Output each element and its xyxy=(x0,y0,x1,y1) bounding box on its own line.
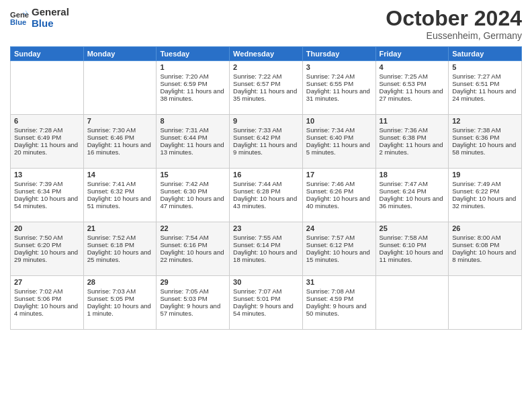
sunset-text: Sunset: 5:06 PM xyxy=(14,295,61,302)
cell-4-0: 27Sunrise: 7:02 AMSunset: 5:06 PMDayligh… xyxy=(11,276,84,330)
day-number: 28 xyxy=(87,278,153,286)
sunrise-text: Sunrise: 7:31 AM xyxy=(160,126,208,134)
day-number: 27 xyxy=(14,278,80,286)
sunrise-text: Sunrise: 7:46 AM xyxy=(306,180,355,187)
calendar-page: General Blue General Blue October 2024 E… xyxy=(0,0,532,411)
sunset-text: Sunset: 6:16 PM xyxy=(160,241,207,248)
sunrise-text: Sunrise: 7:25 AM xyxy=(380,73,428,80)
daylight-text: Daylight: 11 hours and 5 minutes. xyxy=(306,141,370,156)
logo-general: General xyxy=(32,7,69,18)
sunrise-text: Sunrise: 7:02 AM xyxy=(14,287,62,295)
sunset-text: Sunset: 6:34 PM xyxy=(14,187,61,195)
daylight-text: Daylight: 10 hours and 43 minutes. xyxy=(233,195,297,210)
sunset-text: Sunset: 6:22 PM xyxy=(452,187,499,195)
cell-2-6: 19Sunrise: 7:49 AMSunset: 6:22 PMDayligh… xyxy=(449,169,522,222)
day-number: 31 xyxy=(306,278,372,286)
day-number: 14 xyxy=(87,171,153,179)
sunrise-text: Sunrise: 7:49 AM xyxy=(452,180,500,187)
title-block: October 2024 Eussenheim, Germany xyxy=(386,7,522,41)
sunset-text: Sunset: 6:51 PM xyxy=(452,80,499,87)
cell-2-5: 18Sunrise: 7:47 AMSunset: 6:24 PMDayligh… xyxy=(375,169,449,222)
cell-3-4: 24Sunrise: 7:57 AMSunset: 6:12 PMDayligh… xyxy=(302,222,375,276)
cell-0-5: 4Sunrise: 7:25 AMSunset: 6:53 PMDaylight… xyxy=(375,61,449,115)
sunrise-text: Sunrise: 7:55 AM xyxy=(233,234,281,241)
sunset-text: Sunset: 6:36 PM xyxy=(452,134,499,141)
sunset-text: Sunset: 4:59 PM xyxy=(306,295,353,302)
day-number: 22 xyxy=(160,224,226,232)
daylight-text: Daylight: 10 hours and 11 minutes. xyxy=(380,248,443,263)
daylight-text: Daylight: 11 hours and 38 minutes. xyxy=(160,87,224,102)
daylight-text: Daylight: 10 hours and 36 minutes. xyxy=(380,195,443,210)
sunset-text: Sunset: 6:57 PM xyxy=(233,80,280,87)
daylight-text: Daylight: 10 hours and 47 minutes. xyxy=(160,195,224,210)
day-number: 2 xyxy=(233,63,299,71)
month-title: October 2024 xyxy=(386,7,522,30)
cell-2-1: 14Sunrise: 7:41 AMSunset: 6:32 PMDayligh… xyxy=(83,169,157,222)
logo-icon: General Blue xyxy=(10,9,29,28)
daylight-text: Daylight: 10 hours and 58 minutes. xyxy=(452,141,516,156)
cell-1-4: 10Sunrise: 7:34 AMSunset: 6:40 PMDayligh… xyxy=(302,115,375,169)
sunrise-text: Sunrise: 7:07 AM xyxy=(233,287,281,295)
daylight-text: Daylight: 11 hours and 31 minutes. xyxy=(306,87,370,102)
cell-2-2: 15Sunrise: 7:42 AMSunset: 6:30 PMDayligh… xyxy=(157,169,230,222)
cell-0-3: 2Sunrise: 7:22 AMSunset: 6:57 PMDaylight… xyxy=(230,61,303,115)
cell-1-6: 12Sunrise: 7:38 AMSunset: 6:36 PMDayligh… xyxy=(449,115,522,169)
sunrise-text: Sunrise: 7:54 AM xyxy=(160,234,208,241)
sunrise-text: Sunrise: 7:57 AM xyxy=(306,234,355,241)
sunset-text: Sunset: 6:14 PM xyxy=(233,241,280,248)
sunset-text: Sunset: 6:28 PM xyxy=(233,187,280,195)
sunrise-text: Sunrise: 7:36 AM xyxy=(380,126,428,134)
day-number: 3 xyxy=(306,63,372,71)
cell-0-4: 3Sunrise: 7:24 AMSunset: 6:55 PMDaylight… xyxy=(302,61,375,115)
cell-3-2: 22Sunrise: 7:54 AMSunset: 6:16 PMDayligh… xyxy=(157,222,230,276)
week-row-2: 6Sunrise: 7:28 AMSunset: 6:49 PMDaylight… xyxy=(11,115,522,169)
daylight-text: Daylight: 11 hours and 20 minutes. xyxy=(14,141,78,156)
col-thursday: Thursday xyxy=(302,47,375,61)
svg-text:General: General xyxy=(10,11,29,19)
daylight-text: Daylight: 10 hours and 1 minute. xyxy=(87,302,151,317)
header: General Blue General Blue October 2024 E… xyxy=(10,7,522,41)
sunrise-text: Sunrise: 7:30 AM xyxy=(87,126,136,134)
cell-4-2: 29Sunrise: 7:05 AMSunset: 5:03 PMDayligh… xyxy=(157,276,230,330)
sunset-text: Sunset: 6:12 PM xyxy=(306,241,353,248)
daylight-text: Daylight: 11 hours and 13 minutes. xyxy=(160,141,224,156)
sunset-text: Sunset: 6:30 PM xyxy=(160,187,207,195)
sunset-text: Sunset: 6:20 PM xyxy=(14,241,61,248)
sunrise-text: Sunrise: 7:27 AM xyxy=(452,73,500,80)
sunset-text: Sunset: 6:49 PM xyxy=(14,134,61,141)
sunrise-text: Sunrise: 7:28 AM xyxy=(14,126,62,134)
sunset-text: Sunset: 6:46 PM xyxy=(87,134,134,141)
cell-4-3: 30Sunrise: 7:07 AMSunset: 5:01 PMDayligh… xyxy=(230,276,303,330)
cell-1-1: 7Sunrise: 7:30 AMSunset: 6:46 PMDaylight… xyxy=(83,115,157,169)
sunset-text: Sunset: 5:01 PM xyxy=(233,295,280,302)
sunset-text: Sunset: 6:32 PM xyxy=(87,187,134,195)
day-number: 24 xyxy=(306,224,372,232)
day-number: 12 xyxy=(452,117,518,125)
sunset-text: Sunset: 6:55 PM xyxy=(306,80,353,87)
daylight-text: Daylight: 11 hours and 27 minutes. xyxy=(380,87,443,102)
daylight-text: Daylight: 11 hours and 2 minutes. xyxy=(380,141,443,156)
day-number: 11 xyxy=(380,117,445,125)
cell-4-6 xyxy=(449,276,522,330)
sunset-text: Sunset: 6:08 PM xyxy=(452,241,499,248)
day-number: 8 xyxy=(160,117,226,125)
day-number: 13 xyxy=(14,171,80,179)
sunrise-text: Sunrise: 7:47 AM xyxy=(380,180,428,187)
sunset-text: Sunset: 5:03 PM xyxy=(160,295,207,302)
cell-3-0: 20Sunrise: 7:50 AMSunset: 6:20 PMDayligh… xyxy=(11,222,84,276)
daylight-text: Daylight: 10 hours and 4 minutes. xyxy=(14,302,78,317)
sunrise-text: Sunrise: 7:20 AM xyxy=(160,73,208,80)
sunrise-text: Sunrise: 7:22 AM xyxy=(233,73,281,80)
daylight-text: Daylight: 10 hours and 40 minutes. xyxy=(306,195,370,210)
sunrise-text: Sunrise: 7:03 AM xyxy=(87,287,136,295)
daylight-text: Daylight: 10 hours and 22 minutes. xyxy=(160,248,224,263)
cell-3-6: 26Sunrise: 8:00 AMSunset: 6:08 PMDayligh… xyxy=(449,222,522,276)
day-number: 30 xyxy=(233,278,299,286)
col-sunday: Sunday xyxy=(11,47,84,61)
cell-4-1: 28Sunrise: 7:03 AMSunset: 5:05 PMDayligh… xyxy=(83,276,157,330)
cell-1-0: 6Sunrise: 7:28 AMSunset: 6:49 PMDaylight… xyxy=(11,115,84,169)
day-number: 15 xyxy=(160,171,226,179)
daylight-text: Daylight: 11 hours and 24 minutes. xyxy=(452,87,516,102)
day-number: 19 xyxy=(452,171,518,179)
sunrise-text: Sunrise: 7:39 AM xyxy=(14,180,62,187)
